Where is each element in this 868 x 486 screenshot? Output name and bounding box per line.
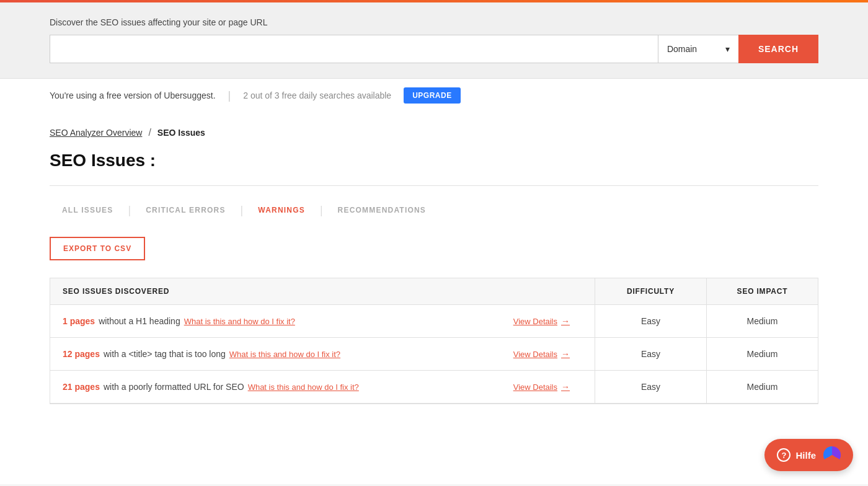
tab-warnings[interactable]: WARNINGS	[246, 201, 317, 219]
view-details-link-3[interactable]: View Details →	[513, 382, 570, 392]
issues-table: SEO ISSUES DISCOVERED DIFFICULTY SEO IMP…	[50, 278, 818, 404]
arrow-icon-2: →	[561, 349, 570, 359]
search-section: Discover the SEO issues affecting your s…	[0, 2, 868, 78]
free-version-text: You're using a free version of Ubersugge…	[50, 91, 216, 100]
view-details-link-2[interactable]: View Details →	[513, 349, 570, 359]
export-csv-button[interactable]: EXPORT TO CSV	[50, 237, 145, 260]
view-details-col-2: View Details →	[513, 349, 582, 359]
issue-text-2: with a <title> tag that is too long	[104, 349, 226, 359]
breadcrumb-overview-link[interactable]: SEO Analyzer Overview	[50, 128, 142, 138]
view-details-col-3: View Details →	[513, 382, 582, 392]
breadcrumb-current: SEO Issues	[157, 128, 205, 138]
col-header-issues: SEO ISSUES DISCOVERED	[50, 278, 595, 304]
domain-select-wrapper[interactable]: Domain URL ▾	[658, 35, 738, 63]
row-difficulty-2: Easy	[595, 338, 706, 370]
tab-recommendations[interactable]: RECOMMENDATIONS	[326, 201, 438, 219]
pages-link-2[interactable]: 12 pages	[63, 349, 100, 359]
tabs-bar: ALL ISSUES | CRITICAL ERRORS | WARNINGS …	[50, 201, 818, 219]
search-row: Domain URL ▾ SEARCH	[50, 35, 818, 63]
pages-link-3[interactable]: 21 pages	[63, 382, 100, 392]
table-row: 1 pages without a H1 heading What is thi…	[50, 305, 818, 338]
fix-link-1[interactable]: What is this and how do I fix it?	[184, 317, 295, 326]
domain-select[interactable]: Domain URL	[667, 44, 720, 54]
search-input[interactable]	[50, 35, 658, 63]
issue-text-1: without a H1 heading	[99, 316, 180, 326]
issue-text-3: with a poorly formatted URL for SEO	[104, 382, 244, 392]
tab-divider-2: |	[238, 204, 246, 217]
search-label: Discover the SEO issues affecting your s…	[50, 17, 818, 27]
view-details-text-1: View Details	[513, 317, 557, 326]
row-impact-3: Medium	[706, 371, 818, 403]
view-details-text-2: View Details	[513, 350, 557, 359]
chevron-down-icon: ▾	[725, 44, 730, 54]
col-header-impact: SEO IMPACT	[706, 278, 818, 304]
row-difficulty-1: Easy	[595, 305, 706, 337]
view-details-text-3: View Details	[513, 382, 557, 392]
free-notice-bar: You're using a free version of Ubersugge…	[0, 78, 868, 112]
view-details-link-1[interactable]: View Details →	[513, 316, 570, 326]
page-title: SEO Issues :	[50, 151, 818, 170]
row-issues-cell: 21 pages with a poorly formatted URL for…	[50, 371, 595, 403]
breadcrumb-separator: /	[148, 127, 151, 138]
view-details-col-1: View Details →	[513, 316, 582, 326]
table-row: 21 pages with a poorly formatted URL for…	[50, 371, 818, 404]
searches-available-text: 2 out of 3 free daily searches available	[243, 91, 391, 100]
search-button[interactable]: SEARCH	[738, 35, 818, 63]
tab-all-issues[interactable]: ALL ISSUES	[50, 201, 125, 219]
upgrade-button[interactable]: UPGRADE	[404, 87, 461, 104]
arrow-icon-3: →	[561, 382, 570, 392]
table-row: 12 pages with a <title> tag that is too …	[50, 338, 818, 371]
row-issues-cell: 12 pages with a <title> tag that is too …	[50, 338, 595, 370]
pages-link-1[interactable]: 1 pages	[63, 316, 95, 326]
help-label: Hilfe	[795, 450, 816, 461]
notice-divider: |	[228, 89, 231, 102]
table-header: SEO ISSUES DISCOVERED DIFFICULTY SEO IMP…	[50, 278, 818, 305]
help-icon: ?	[777, 448, 790, 462]
col-header-difficulty: DIFFICULTY	[595, 278, 706, 304]
divider-line	[50, 185, 818, 186]
help-button[interactable]: ? Hilfe	[764, 439, 853, 471]
fix-link-2[interactable]: What is this and how do I fix it?	[229, 350, 340, 359]
tab-critical-errors[interactable]: CRITICAL ERRORS	[133, 201, 237, 219]
row-impact-2: Medium	[706, 338, 818, 370]
fix-link-3[interactable]: What is this and how do I fix it?	[248, 382, 359, 392]
main-content: SEO Analyzer Overview / SEO Issues SEO I…	[0, 112, 868, 484]
tab-divider-1: |	[125, 204, 133, 217]
row-difficulty-3: Easy	[595, 371, 706, 403]
row-issues-cell: 1 pages without a H1 heading What is thi…	[50, 305, 595, 337]
tab-divider-3: |	[317, 204, 326, 217]
breadcrumb: SEO Analyzer Overview / SEO Issues	[50, 127, 818, 138]
ubersuggest-icon	[823, 446, 841, 464]
row-impact-1: Medium	[706, 305, 818, 337]
arrow-icon-1: →	[561, 316, 570, 326]
